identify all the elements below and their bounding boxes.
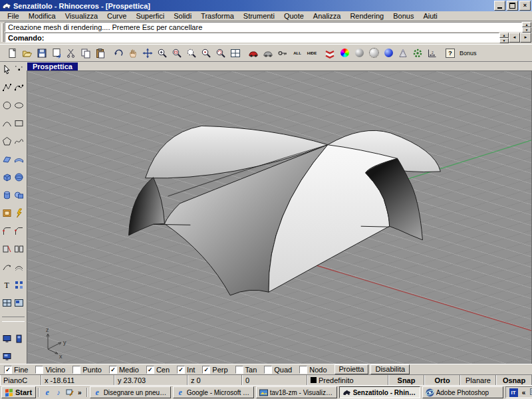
copy-button[interactable] bbox=[78, 46, 93, 60]
render-mesh-button[interactable] bbox=[410, 46, 425, 60]
osnap-tan[interactable]: Tan bbox=[235, 366, 257, 374]
circle-tool[interactable] bbox=[1, 100, 13, 111]
layer-cell[interactable]: Predefinito bbox=[307, 375, 388, 385]
media-player-icon[interactable]: ♪ bbox=[54, 388, 63, 397]
minimize-button[interactable] bbox=[494, 1, 505, 11]
close-button[interactable]: × bbox=[519, 1, 531, 11]
dimension-button[interactable]: 2 bbox=[425, 46, 440, 60]
viewport-layout-button[interactable] bbox=[228, 46, 243, 60]
snap-toggle[interactable]: Snap bbox=[388, 375, 424, 385]
language-indicator[interactable]: IT bbox=[509, 388, 518, 397]
planar-toggle[interactable]: Planare bbox=[460, 375, 496, 385]
osnap-medio[interactable]: ✓Medio bbox=[109, 366, 139, 374]
open-button[interactable] bbox=[20, 46, 35, 60]
layers-button[interactable] bbox=[323, 46, 337, 60]
command-area-grip[interactable] bbox=[0, 22, 5, 43]
show-desktop-icon[interactable] bbox=[65, 388, 74, 397]
show-all-button[interactable]: ALL bbox=[290, 46, 305, 60]
viewport-label[interactable]: Prospettica bbox=[27, 63, 78, 70]
render-button[interactable] bbox=[246, 46, 261, 60]
menu-item-quote[interactable]: Quote bbox=[279, 12, 309, 20]
shade-selected-button[interactable] bbox=[366, 46, 381, 60]
zoom-extents-button[interactable] bbox=[155, 46, 170, 60]
menu-item-file[interactable]: File bbox=[3, 12, 24, 20]
task-ie-pneumatic[interactable]: e Disegnare un pneumatic... bbox=[90, 386, 171, 398]
loft-tool[interactable] bbox=[13, 154, 25, 165]
task-rhinoceros[interactable]: Senzatitolo - Rhinoce... bbox=[339, 386, 420, 398]
disable-button[interactable]: Disabilita bbox=[370, 364, 410, 374]
print-button[interactable] bbox=[49, 46, 64, 60]
cylinder-tool[interactable] bbox=[1, 190, 13, 201]
osnap-perp[interactable]: ✓Perp bbox=[202, 366, 227, 374]
zoom-dynamic-button[interactable] bbox=[184, 46, 199, 60]
point-tool[interactable] bbox=[13, 64, 25, 75]
menu-item-aiuti[interactable]: Aiuti bbox=[418, 12, 442, 20]
undo-button[interactable] bbox=[111, 46, 126, 60]
text-tool[interactable]: T bbox=[1, 279, 13, 291]
menu-item-superfici[interactable]: Superfici bbox=[131, 12, 169, 20]
scroll-right-icon[interactable]: ► bbox=[520, 33, 531, 43]
screen-tool-c[interactable] bbox=[1, 351, 13, 362]
bonus-toolbar-button[interactable]: Bonus bbox=[458, 45, 479, 61]
menu-item-visualizza[interactable]: Visualizza bbox=[61, 12, 102, 20]
shade-button[interactable] bbox=[352, 46, 366, 60]
screen-tool-a[interactable] bbox=[1, 333, 13, 344]
box-tool[interactable] bbox=[1, 172, 13, 183]
select-tool[interactable] bbox=[1, 64, 13, 75]
extend-tool[interactable] bbox=[1, 261, 13, 273]
scroll-down-icon[interactable]: ▼ bbox=[499, 38, 509, 43]
array-tool[interactable] bbox=[13, 279, 25, 291]
command-input[interactable]: Comando: bbox=[5, 33, 499, 43]
osnap-punto[interactable]: Punto bbox=[72, 366, 102, 374]
restore-button[interactable] bbox=[507, 1, 518, 11]
screen-tool-b[interactable] bbox=[13, 333, 25, 344]
osnap-toggle[interactable]: Osnap bbox=[496, 375, 532, 385]
ellipse-tool[interactable] bbox=[13, 100, 25, 111]
render-preview-button[interactable] bbox=[261, 46, 275, 60]
perspective-viewport[interactable]: z y x bbox=[27, 70, 532, 364]
help-button[interactable]: ? bbox=[443, 46, 458, 60]
rotate-view-button[interactable] bbox=[213, 46, 228, 60]
quick-launch-overflow-icon[interactable]: » bbox=[76, 389, 83, 396]
zoom-window-button[interactable] bbox=[170, 46, 184, 60]
menu-item-trasforma[interactable]: Trasforma bbox=[196, 12, 239, 20]
tray-app-icon[interactable] bbox=[529, 388, 532, 397]
color-wheel-button[interactable] bbox=[337, 46, 352, 60]
fillet-tool[interactable] bbox=[1, 225, 13, 237]
chamfer-tool[interactable] bbox=[13, 225, 25, 237]
osnap-fine[interactable]: ✓Fine bbox=[4, 366, 28, 374]
scroll-up-icon[interactable]: ▲ bbox=[499, 33, 509, 38]
new-button[interactable] bbox=[5, 46, 20, 60]
tray-chevron-icon[interactable]: « bbox=[521, 389, 527, 396]
task-ie-google[interactable]: e Google - Microsoft Intern... bbox=[173, 386, 254, 398]
interpolate-curve-tool[interactable] bbox=[13, 82, 25, 93]
boolean-tool[interactable] bbox=[13, 190, 25, 201]
scroll-down-icon[interactable]: ▼ bbox=[522, 27, 531, 33]
save-button[interactable] bbox=[35, 46, 49, 60]
spotlight-button[interactable] bbox=[396, 46, 410, 60]
ortho-toggle[interactable]: Orto bbox=[424, 375, 460, 385]
render-color-button[interactable] bbox=[381, 46, 396, 60]
paste-button[interactable] bbox=[93, 46, 108, 60]
start-button[interactable]: Start bbox=[1, 386, 36, 398]
task-image-viewer[interactable]: tav18-zm - Visualizzatore... bbox=[256, 386, 337, 398]
cut-button[interactable] bbox=[64, 46, 78, 60]
scroll-up-icon[interactable]: ▲ bbox=[522, 22, 531, 27]
picture-frame-tool[interactable] bbox=[1, 207, 13, 219]
menu-item-curve[interactable]: Curve bbox=[102, 12, 131, 20]
menu-item-strumenti[interactable]: Strumenti bbox=[239, 12, 279, 20]
arc-tool[interactable] bbox=[1, 118, 13, 129]
scroll-left-icon[interactable]: ◄ bbox=[509, 33, 520, 43]
menu-item-modifica[interactable]: Modifica bbox=[24, 12, 61, 20]
rectangle-tool[interactable] bbox=[13, 118, 25, 129]
osnap-nodo[interactable]: Nodo bbox=[299, 366, 327, 374]
internet-explorer-icon[interactable]: e bbox=[43, 388, 52, 397]
command-history[interactable]: Creazione mesh di rendering.... Premere … bbox=[5, 22, 522, 32]
polygon-tool[interactable] bbox=[1, 136, 13, 147]
named-views-tool[interactable] bbox=[13, 297, 25, 309]
explode-tool[interactable] bbox=[13, 207, 25, 219]
task-photoshop[interactable]: Adobe Photoshop bbox=[422, 386, 503, 398]
offset-tool[interactable] bbox=[13, 261, 25, 273]
render-options-button[interactable] bbox=[275, 46, 290, 60]
sphere-tool[interactable] bbox=[13, 172, 25, 183]
